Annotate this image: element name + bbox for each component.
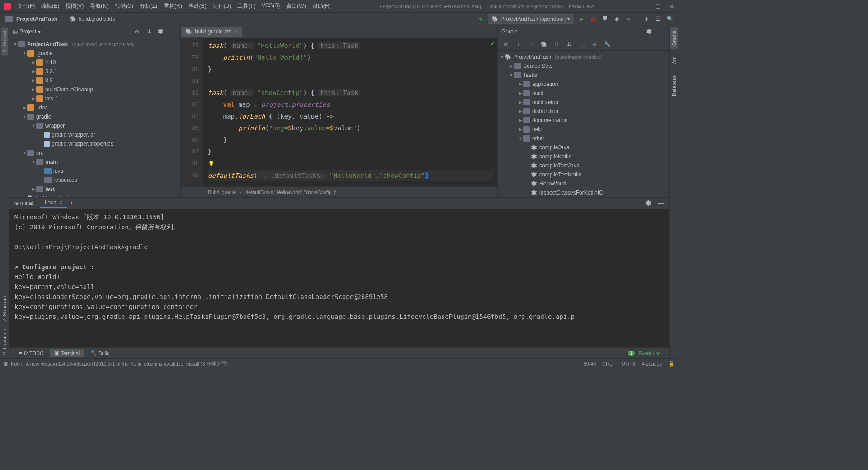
editor-tab-build[interactable]: 🐘 build.gradle.kts × [181,27,242,37]
tree-item[interactable]: ▶.idea [9,103,180,112]
tree-item[interactable]: ▶buildOutputCleanup [9,85,180,94]
indent-setting[interactable]: 4 spaces [642,361,662,367]
toggle-offline-icon[interactable]: ⬚ [577,40,586,49]
menu-window[interactable]: 窗口(W) [283,1,308,11]
gradle-tree[interactable]: ▼🐘ProjectAndTask(auto-import enabled) ▶S… [498,51,669,197]
menu-tools[interactable]: 工具(T) [235,1,258,11]
tree-item[interactable]: ▶8.3 [9,76,180,85]
bc-class[interactable]: Build_gradle [208,190,236,195]
menu-edit[interactable]: 编辑(E) [38,1,62,11]
bottom-tab-todo[interactable]: ≔6: TODO [13,349,48,357]
wrench-icon[interactable]: 🔧 [603,40,612,49]
tree-item[interactable]: ▼main [9,157,180,166]
tree-item[interactable]: ▶distribution [498,107,669,116]
tree-item[interactable]: ▶documentation [498,116,669,125]
menu-build[interactable]: 构建(B) [186,1,209,11]
tree-item[interactable]: ▶build [498,89,669,98]
tree-item[interactable]: ▼.gradle [9,49,180,58]
coverage-button[interactable]: ⛊ [600,14,609,24]
tree-item[interactable]: resources [9,176,180,185]
menu-refactor[interactable]: 重构(R) [161,1,185,11]
tree-item[interactable]: inspectClassesForKotlinIC [498,188,669,197]
breadcrumb-root[interactable]: ProjectAndTask [4,15,59,23]
menu-code[interactable]: 代码(C) [112,1,136,11]
cursor-position[interactable]: 89:40 [584,361,596,367]
bulb-icon[interactable]: 💡 [208,161,215,167]
vcs-update-icon[interactable]: ⬇ [642,14,651,24]
gutter-tab-project[interactable]: 1: Project [1,27,8,55]
settings-icon[interactable] [645,27,654,36]
tree-root[interactable]: ▼🐘ProjectAndTask(auto-import enabled) [498,52,669,62]
minimize-button[interactable]: — [641,3,647,10]
elephant-icon[interactable]: 🐘 [539,40,548,49]
tree-item[interactable]: ▶application [498,80,669,89]
tree-item[interactable]: ▼wrapper [9,121,180,130]
run-config-selector[interactable]: 🐘 ProjectAndTask [opendoor] ▾ [488,14,574,24]
tree-item[interactable]: compileJava [498,143,669,152]
expand-all-icon[interactable]: ⇈ [552,40,561,49]
menu-view[interactable]: 视图(V) [63,1,86,11]
project-tree[interactable]: ▼ProjectAndTaskD:\kotlinProj\ProjectAndT… [9,38,180,197]
tree-item[interactable]: ▼gradle [9,112,180,121]
tree-item[interactable]: ▶Source Sets [498,62,669,71]
bc-method[interactable]: 'defaultTasks("HelloWorld","showConfig")… [245,190,336,195]
maximize-button[interactable]: ☐ [655,3,661,10]
tree-item[interactable]: 🐘build.gradle.kts [9,194,180,197]
add-terminal-icon[interactable]: + [67,199,76,208]
build-icon[interactable]: ⬉ [476,14,485,24]
gutter-tab-database[interactable]: Database [670,71,678,100]
vcs-commit-icon[interactable]: ☲ [654,14,663,24]
remove-icon[interactable]: − [527,40,536,49]
close-tab-icon[interactable]: × [59,199,62,206]
close-tab-icon[interactable]: × [234,28,237,35]
debug-button[interactable]: 🐞 [589,14,598,24]
terminal-body[interactable]: Microsoft Windows [版本 10.0.18363.1556] (… [9,209,669,347]
tree-item[interactable]: ▶build setup [498,98,669,107]
add-icon[interactable]: + [514,40,523,49]
run-button[interactable]: ▶ [577,14,586,24]
scroll-from-source-icon[interactable]: ⊕ [132,27,142,36]
menu-analyze[interactable]: 分析(Z) [137,1,160,11]
settings-icon[interactable] [156,27,165,36]
gutter-tab-structure[interactable]: 7: Structure [1,292,8,325]
gutter-tab-gradle[interactable]: Gradle [670,27,678,49]
menu-file[interactable]: 文件(F) [14,1,38,11]
gutter-tab-ant[interactable]: Ant [670,53,678,68]
profile-button[interactable]: ◉ [612,14,621,24]
tree-item[interactable]: compileKotlin [498,152,669,161]
tree-item[interactable]: HelloWorld [498,179,669,188]
hide-panel-icon[interactable]: — [656,199,665,208]
collapse-all-icon[interactable]: ⇊ [565,40,574,49]
hide-panel-icon[interactable]: — [168,27,177,36]
hide-panel-icon[interactable]: — [656,27,665,36]
lock-icon[interactable]: 🔓 [668,361,675,367]
code-area[interactable]: task( name: "HelloWorld") { this: Task p… [203,38,497,186]
file-encoding[interactable]: UTF-8 [622,361,636,367]
bottom-tab-eventlog[interactable]: 1Event Log [623,350,665,357]
tree-item[interactable]: ▶test [9,185,180,194]
editor-body[interactable]: ✔ 78 79 80 81 82 83 84 85 86 87 88 89 [181,38,497,186]
tree-root[interactable]: ▼ProjectAndTaskD:\kotlinProj\ProjectAndT… [9,40,180,49]
gutter-tab-favorites[interactable]: 2: Favorites [1,325,8,358]
status-icon[interactable]: ▣ [4,361,8,367]
bottom-tab-build[interactable]: 🔨Build [86,349,114,357]
menu-help[interactable]: 帮助(H) [310,1,334,11]
search-icon[interactable]: 🔍 [665,14,675,24]
project-panel-title[interactable]: ▤ Project ▾ [13,28,41,35]
tree-item[interactable]: ▶help [498,125,669,134]
menu-run[interactable]: 运行(U) [210,1,234,11]
menu-vcs[interactable]: VCS(S) [259,1,283,11]
tree-item[interactable]: java [9,166,180,176]
collapse-all-icon[interactable]: ⇊ [144,27,153,36]
tree-item[interactable]: compileTestKotlin [498,170,669,179]
task-icon[interactable]: ⊹ [590,40,599,49]
menu-navigate[interactable]: 导航(N) [87,1,111,11]
tree-item[interactable]: ▶5.2.1 [9,67,180,76]
status-message[interactable]: Kotlin: A new version 1.4.10-release-IJ2… [11,361,228,367]
tree-item[interactable]: ▼Tasks [498,71,669,80]
tree-item[interactable]: ▶4.10 [9,58,180,67]
tree-item[interactable]: ▼src [9,148,180,157]
bottom-tab-terminal[interactable]: ▣Terminal [50,349,85,357]
terminal-tab-local[interactable]: Local × [40,199,67,208]
tree-item[interactable]: ▼other [498,134,669,143]
